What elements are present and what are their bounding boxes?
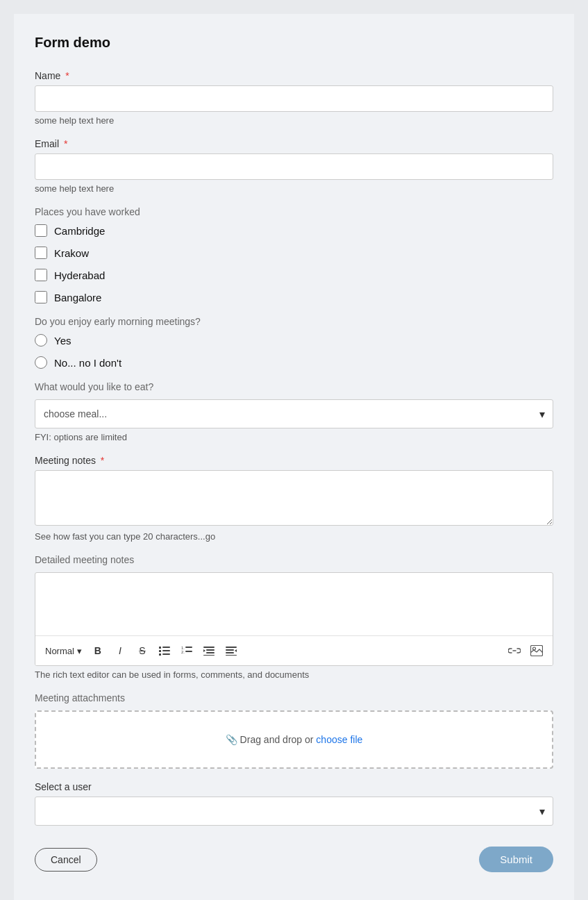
radio-no[interactable]: No... no I don't [35,356,553,369]
checkbox-bangalore[interactable]: Bangalore [35,291,553,303]
detailed-notes-field-group: Detailed meeting notes Normal ▾ B I S [35,554,553,680]
checkbox-hyderabad-input[interactable] [35,269,47,281]
radio-no-label: No... no I don't [54,357,121,369]
svg-rect-16 [226,649,234,651]
user-select-wrapper: ▾ [35,797,553,826]
meeting-notes-input[interactable] [35,470,553,526]
name-help-text: some help text here [35,115,553,126]
svg-rect-12 [206,652,215,653]
user-select[interactable] [35,797,553,826]
toolbar-strikethrough-button[interactable]: S [133,642,151,660]
email-field-group: Email * some help text here [35,138,553,194]
places-label: Places you have worked [35,206,553,217]
meal-help-text: FYI: options are limited [35,432,553,442]
meeting-notes-required-star: * [101,455,104,466]
meal-select[interactable]: choose meal... [35,399,553,428]
select-user-field-group: Select a user ▾ [35,781,553,826]
toolbar-bold-button[interactable]: B [89,642,107,660]
checkbox-cambridge[interactable]: Cambridge [35,224,553,237]
toolbar-style-arrow-icon: ▾ [77,646,82,656]
meeting-notes-label: Meeting notes * [35,455,553,466]
attachments-label: Meeting attachments [35,692,553,703]
meeting-notes-help-text: See how fast you can type 20 characters.… [35,531,553,542]
svg-rect-13 [203,655,215,656]
select-user-label: Select a user [35,781,553,792]
radio-no-input[interactable] [35,356,47,369]
checkbox-krakow-input[interactable] [35,247,47,259]
svg-point-21 [533,647,536,650]
svg-rect-15 [226,647,237,648]
email-required-star: * [64,138,67,149]
name-input[interactable] [35,85,553,112]
rich-editor-help-text: The rich text editor can be used in form… [35,669,553,680]
checkbox-hyderabad[interactable]: Hyderabad [35,269,553,281]
name-field-group: Name * some help text here [35,70,553,126]
meal-field-group: What would you like to eat? choose meal.… [35,381,553,442]
email-help-text: some help text here [35,183,553,194]
radio-yes[interactable]: Yes [35,334,553,347]
checkbox-krakow-label: Krakow [54,247,89,259]
radio-yes-label: Yes [54,335,71,347]
checkbox-bangalore-input[interactable] [35,291,47,303]
rich-editor: Normal ▾ B I S [35,572,553,666]
svg-rect-17 [226,652,234,653]
form-container: Form demo Name * some help text here Ema… [14,14,574,900]
toolbar-ordered-list-button[interactable]: 1. 2. [178,642,196,660]
svg-rect-18 [226,655,237,656]
toolbar-indent-right-button[interactable] [200,642,218,660]
svg-rect-5 [162,653,170,655]
svg-rect-3 [162,650,170,651]
svg-rect-1 [162,647,170,648]
svg-rect-9 [185,651,192,652]
meal-label: What would you like to eat? [35,381,553,392]
places-field-group: Places you have worked Cambridge Krakow … [35,206,553,303]
meeting-notes-field-group: Meeting notes * See how fast you can typ… [35,455,553,542]
checkbox-bangalore-label: Bangalore [54,292,101,303]
dropzone[interactable]: 📎 Drag and drop or choose file [35,710,553,769]
svg-text:2.: 2. [181,650,185,654]
morning-field-group: Do you enjoy early morning meetings? Yes… [35,316,553,369]
toolbar-image-button[interactable] [528,642,546,660]
toolbar-bullet-list-button[interactable] [156,642,174,660]
svg-rect-7 [185,647,192,648]
rich-editor-body[interactable] [35,573,553,635]
page-title: Form demo [35,35,553,51]
svg-rect-4 [159,653,161,656]
toolbar-style-label: Normal [45,646,74,656]
rich-editor-toolbar: Normal ▾ B I S [35,635,553,665]
cancel-button[interactable]: Cancel [35,848,97,872]
svg-rect-0 [159,647,161,649]
toolbar-indent-left-button[interactable] [222,642,240,660]
name-label: Name * [35,70,553,81]
places-checkbox-group: Cambridge Krakow Hyderabad Bangalore [35,224,553,303]
svg-rect-11 [206,649,215,651]
email-input[interactable] [35,153,553,180]
dropzone-text: Drag and drop or [240,734,317,745]
svg-marker-19 [235,649,237,652]
svg-rect-2 [159,650,161,652]
toolbar-style-select[interactable]: Normal ▾ [42,644,85,658]
attachments-field-group: Meeting attachments 📎 Drag and drop or c… [35,692,553,769]
checkbox-cambridge-input[interactable] [35,224,47,237]
morning-label: Do you enjoy early morning meetings? [35,316,553,327]
form-footer: Cancel Submit [35,847,553,872]
detailed-notes-label: Detailed meeting notes [35,554,553,565]
svg-marker-14 [203,649,205,652]
checkbox-cambridge-label: Cambridge [54,225,105,237]
toolbar-link-button[interactable] [505,642,523,660]
paperclip-icon: 📎 [226,734,237,745]
checkbox-hyderabad-label: Hyderabad [54,269,105,281]
email-label: Email * [35,138,553,149]
choose-file-link[interactable]: choose file [316,734,362,745]
submit-button[interactable]: Submit [479,847,553,872]
name-required-star: * [65,70,69,81]
radio-yes-input[interactable] [35,334,47,347]
toolbar-italic-button[interactable]: I [111,642,129,660]
checkbox-krakow[interactable]: Krakow [35,247,553,259]
svg-rect-10 [203,647,215,648]
meal-select-wrapper: choose meal... ▾ [35,399,553,428]
morning-radio-group: Yes No... no I don't [35,334,553,369]
